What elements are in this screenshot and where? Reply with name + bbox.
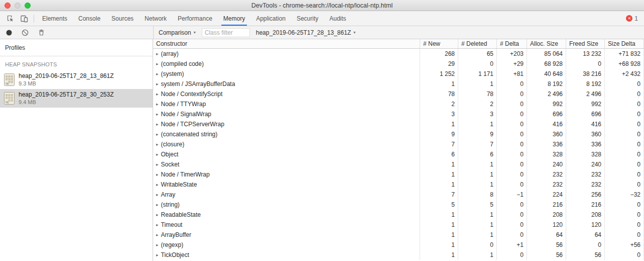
- expand-arrow-icon[interactable]: ▸: [156, 92, 159, 97]
- table-row[interactable]: ▸ ArrayBuffer 1 1 0 64 64 0: [153, 230, 644, 240]
- expand-arrow-icon[interactable]: ▸: [156, 192, 159, 197]
- cell-new: 9: [420, 129, 458, 139]
- cell-alloc-size: 240: [527, 159, 566, 169]
- cell-deleted: 2: [458, 99, 497, 109]
- table-row[interactable]: ▸ Object 6 6 0 328 328 0: [153, 149, 644, 159]
- column-header-freed-size[interactable]: Freed Size: [566, 39, 605, 48]
- table-row[interactable]: ▸ TickObject 1 1 0 56 56 0: [153, 250, 644, 260]
- expand-arrow-icon[interactable]: ▸: [156, 222, 159, 227]
- expand-arrow-icon[interactable]: ▸: [156, 71, 159, 76]
- base-snapshot-select[interactable]: heap_2019-06-25T17_28_13_861Z ▾: [256, 29, 356, 36]
- tab-sources[interactable]: Sources: [106, 11, 139, 26]
- snapshot-name: heap_2019-06-25T17_28_30_253Z: [19, 91, 114, 98]
- cell-constructor: ▸ TickObject: [153, 250, 420, 260]
- delete-profile-button[interactable]: [34, 27, 48, 39]
- cell-alloc-size: 336: [527, 139, 566, 149]
- table-row[interactable]: ▸ (system) 1 252 1 171 +81 40 648 38 216…: [153, 69, 644, 79]
- expand-arrow-icon[interactable]: ▸: [156, 232, 159, 237]
- cell-delta: +1: [497, 240, 527, 250]
- cell-constructor: ▸ Node / TTYWrap: [153, 99, 420, 109]
- expand-arrow-icon[interactable]: ▸: [156, 172, 159, 177]
- clear-profiles-button[interactable]: [18, 27, 32, 39]
- heap-snapshot-item[interactable]: % heap_2019-06-25T17_28_30_253Z 9.4 MB: [0, 89, 153, 108]
- device-toolbar-icon[interactable]: [17, 13, 31, 25]
- expand-arrow-icon[interactable]: ▸: [156, 102, 159, 107]
- cell-freed-size: 336: [566, 139, 605, 149]
- expand-arrow-icon[interactable]: ▸: [156, 252, 159, 257]
- tab-elements[interactable]: Elements: [37, 11, 73, 26]
- table-row[interactable]: ▸ Array 7 8 −1 224 256 −32: [153, 190, 644, 200]
- table-row[interactable]: ▸ Node / TCPServerWrap 1 1 0 416 416 0: [153, 119, 644, 129]
- cell-constructor: ▸ Timeout: [153, 220, 420, 230]
- zoom-window-button[interactable]: [25, 3, 31, 9]
- table-row[interactable]: ▸ Socket 1 1 0 240 240 0: [153, 159, 644, 169]
- table-row[interactable]: ▸ (compiled code) 29 0 +29 68 928 0 +68 …: [153, 59, 644, 69]
- expand-arrow-icon[interactable]: ▸: [156, 162, 159, 167]
- table-row[interactable]: ▸ Node / TTYWrap 2 2 0 992 992 0: [153, 99, 644, 109]
- expand-arrow-icon[interactable]: ▸: [156, 61, 159, 66]
- expand-arrow-icon[interactable]: ▸: [156, 122, 159, 127]
- record-heap-snapshot-button[interactable]: [2, 27, 16, 39]
- column-header-alloc-size[interactable]: Alloc. Size: [527, 39, 566, 48]
- column-header-delta[interactable]: # Delta: [497, 39, 527, 48]
- heap-snapshot-item[interactable]: % heap_2019-06-25T17_28_13_861Z 9.3 MB: [0, 70, 153, 89]
- expand-arrow-icon[interactable]: ▸: [156, 152, 159, 157]
- expand-arrow-icon[interactable]: ▸: [156, 242, 159, 247]
- tab-security[interactable]: Security: [291, 11, 324, 26]
- cell-new: 1: [420, 230, 458, 240]
- column-header-new[interactable]: # New: [420, 39, 458, 48]
- tab-network[interactable]: Network: [139, 11, 172, 26]
- tab-application[interactable]: Application: [250, 11, 291, 26]
- table-row[interactable]: ▸ Node / ContextifyScript 78 78 0 2 496 …: [153, 89, 644, 99]
- class-filter-input[interactable]: [202, 28, 250, 37]
- table-row[interactable]: ▸ (array) 268 65 +203 85 064 13 232 +71 …: [153, 49, 644, 59]
- table-row[interactable]: ▸ WritableState 1 1 0 232 232 0: [153, 180, 644, 190]
- cell-new: 3: [420, 109, 458, 119]
- constructor-name: WritableState: [161, 181, 197, 188]
- minimize-window-button[interactable]: [15, 3, 21, 9]
- cell-constructor: ▸ (system): [153, 69, 420, 79]
- cell-alloc-size: 232: [527, 180, 566, 190]
- table-row[interactable]: ▸ ReadableState 1 1 0 208 208 0: [153, 210, 644, 220]
- table-row[interactable]: ▸ Timeout 1 1 0 120 120 0: [153, 220, 644, 230]
- column-header-deleted[interactable]: # Deleted: [458, 39, 497, 48]
- cell-deleted: 1: [458, 119, 497, 129]
- table-row[interactable]: ▸ (concatenated string) 9 9 0 360 360 0: [153, 129, 644, 139]
- tab-memory[interactable]: Memory: [218, 11, 250, 26]
- cell-freed-size: 328: [566, 149, 605, 159]
- tab-strip: ElementsConsoleSourcesNetworkPerformance…: [37, 11, 352, 26]
- column-header-size-delta[interactable]: Size Delta: [605, 39, 644, 48]
- cell-freed-size: 232: [566, 180, 605, 190]
- perspective-select[interactable]: Comparison ▾: [159, 29, 196, 36]
- expand-arrow-icon[interactable]: ▸: [156, 202, 159, 207]
- expand-arrow-icon[interactable]: ▸: [156, 51, 159, 56]
- tab-audits[interactable]: Audits: [324, 11, 351, 26]
- expand-arrow-icon[interactable]: ▸: [156, 132, 159, 137]
- constructor-name: (regexp): [161, 241, 184, 248]
- cell-size-delta: 0: [605, 169, 644, 180]
- cell-constructor: ▸ (regexp): [153, 240, 420, 250]
- table-row[interactable]: ▸ (closure) 7 7 0 336 336 0: [153, 139, 644, 149]
- close-window-button[interactable]: [5, 3, 11, 9]
- cell-deleted: 8: [458, 190, 497, 200]
- cell-freed-size: 360: [566, 129, 605, 139]
- cell-deleted: 0: [458, 240, 497, 250]
- tab-console[interactable]: Console: [73, 11, 106, 26]
- column-header-constructor[interactable]: Constructor: [153, 39, 420, 48]
- table-row[interactable]: ▸ (regexp) 1 0 +1 56 0 +56: [153, 240, 644, 250]
- error-badge[interactable]: ✕ 1: [626, 15, 638, 22]
- table-row[interactable]: ▸ system / JSArrayBufferData 1 1 0 8 192…: [153, 79, 644, 89]
- constructor-name: Node / TimerWrap: [161, 171, 210, 178]
- expand-arrow-icon[interactable]: ▸: [156, 112, 159, 117]
- table-row[interactable]: ▸ (string) 5 5 0 216 216 0: [153, 200, 644, 210]
- table-row[interactable]: ▸ Node / TimerWrap 1 1 0 232 232 0: [153, 169, 644, 180]
- table-row[interactable]: ▸ Node / SignalWrap 3 3 0 696 696 0: [153, 109, 644, 119]
- cell-size-delta: +68 928: [605, 59, 644, 69]
- expand-arrow-icon[interactable]: ▸: [156, 212, 159, 217]
- expand-arrow-icon[interactable]: ▸: [156, 81, 159, 86]
- inspect-element-icon[interactable]: [3, 13, 17, 25]
- devtools-tabbar: ElementsConsoleSourcesNetworkPerformance…: [0, 11, 644, 26]
- expand-arrow-icon[interactable]: ▸: [156, 142, 159, 147]
- expand-arrow-icon[interactable]: ▸: [156, 182, 159, 187]
- tab-performance[interactable]: Performance: [172, 11, 218, 26]
